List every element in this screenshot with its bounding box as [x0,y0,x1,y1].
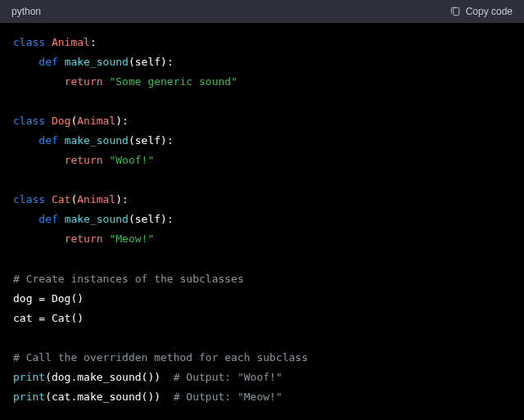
string-woof: "Woof!" [109,154,154,166]
equals: = [32,292,51,305]
keyword-return: return [65,233,103,245]
colon: : [122,115,129,127]
rparen: ) [160,213,167,225]
clipboard-icon [449,6,461,17]
base-animal: Animal [77,115,115,127]
method-ref: make_sound [77,391,141,403]
keyword-class: class [13,36,45,48]
colon: : [90,36,97,48]
keyword-return: return [65,154,103,166]
call-dog: Dog [52,292,70,305]
rparen: ) [154,391,160,403]
base-animal: Animal [77,193,115,205]
fn-print: print [13,371,45,383]
keyword-class: class [13,115,45,127]
comment-output-meow: # Output: "Meow!" [174,391,282,403]
method-make-sound: make_sound [65,56,129,68]
method-make-sound: make_sound [65,213,129,225]
rparen: ) [77,312,84,324]
lparen: ( [129,213,135,225]
copy-code-label: Copy code [466,6,513,17]
class-dog: Dog [52,115,70,127]
code-content: class Animal: def make_sound(self): retu… [0,23,524,417]
lparen: ( [45,391,52,403]
rparen: ) [160,134,167,147]
param-self: self [135,134,160,147]
rparen: ) [77,292,84,305]
svg-rect-0 [453,7,458,15]
string-generic: "Some generic sound" [109,75,237,88]
lparen: ( [129,56,135,68]
copy-code-button[interactable]: Copy code [449,6,513,17]
colon: : [122,193,129,205]
code-block-header: python Copy code [0,0,524,23]
language-label: python [11,6,41,17]
rparen: ) [154,371,160,383]
lparen: ( [129,134,135,147]
equals: = [32,312,51,324]
rparen: ) [115,193,122,205]
call-cat: Cat [52,312,70,324]
class-cat: Cat [52,193,70,205]
method-make-sound: make_sound [65,134,129,147]
colon: : [167,56,174,68]
comment-create-instances: # Create instances of the subclasses [13,273,244,285]
keyword-def: def [38,56,57,68]
lparen: ( [45,371,52,383]
class-animal: Animal [52,36,90,48]
var-dog: dog [13,292,32,305]
colon: : [167,134,174,147]
ref-dog: dog [52,371,70,383]
rparen: ) [160,56,167,68]
comment-output-woof: # Output: "Woof!" [174,371,282,383]
keyword-class: class [13,193,45,205]
colon: : [167,213,174,225]
ref-cat: cat [52,391,70,403]
keyword-return: return [65,75,103,88]
comment-call-overridden: # Call the overridden method for each su… [13,351,308,364]
keyword-def: def [38,213,57,225]
param-self: self [135,56,160,68]
string-meow: "Meow!" [109,233,154,245]
var-cat: cat [13,312,32,324]
rparen: ) [115,115,122,127]
method-ref: make_sound [77,371,141,383]
keyword-def: def [38,134,57,147]
fn-print: print [13,391,45,403]
param-self: self [135,213,160,225]
